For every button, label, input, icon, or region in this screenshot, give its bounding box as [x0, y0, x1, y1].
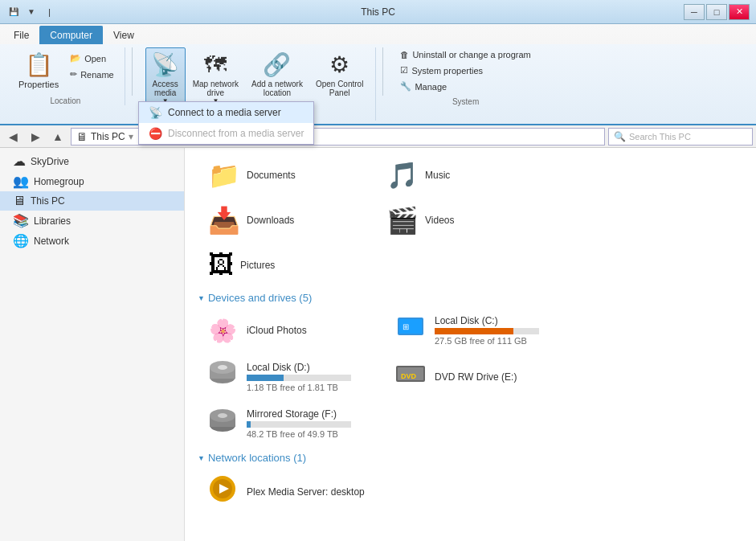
sidebar-item-skydrive[interactable]: ☁ SkyDrive	[0, 151, 184, 171]
folder-downloads[interactable]: 📥 Downloads	[198, 199, 374, 241]
search-icon: 🔍	[614, 131, 626, 142]
location-group-label: Location	[50, 93, 80, 105]
system-properties-button[interactable]: ☑ System properties	[396, 63, 534, 78]
properties-button[interactable]: 📋 Properties	[13, 47, 64, 93]
disconnect-media-server-item: ⛔ Disconnect from a media server	[139, 123, 313, 144]
disk-c-bar	[435, 328, 513, 334]
connect-media-server-item[interactable]: 📡 Connect to a media server	[139, 102, 313, 123]
ribbon-group-system: 🗑 Uninstall or change a program ☑ System…	[390, 47, 541, 106]
tab-file[interactable]: File	[3, 26, 39, 44]
back-button[interactable]: ◀	[3, 128, 22, 145]
disk-c-icon: ⊞	[394, 314, 427, 346]
maximize-button[interactable]: □	[706, 4, 727, 20]
disk-d-bar	[247, 375, 284, 381]
folder-music[interactable]: 🎵 Music	[376, 154, 553, 196]
sidebar-item-thispc[interactable]: 🖥 This PC	[0, 191, 184, 211]
system-group-items: 🗑 Uninstall or change a program ☑ System…	[396, 47, 534, 94]
window-controls: ─ □ ✕	[684, 4, 750, 20]
content-area: 📁 Documents 🎵 Music 📥 Downloads 🎬 Videos…	[185, 148, 756, 541]
sidebar-item-homegroup[interactable]: 👥 Homegroup	[0, 171, 184, 191]
dvd-info: DVD RW Drive (E:)	[435, 371, 517, 383]
network-section-header[interactable]: Network locations (1)	[198, 452, 743, 464]
ribbon-tabs: File Computer View	[0, 24, 756, 44]
drives-section-header[interactable]: Devices and drives (5)	[198, 292, 743, 304]
access-media-icon: 📡	[151, 51, 179, 78]
disk-d-info: Local Disk (D:) 1.18 TB free of 1.81 TB	[247, 362, 351, 392]
disconnect-icon: ⛔	[149, 127, 161, 140]
access-media-button[interactable]: 📡 Access media ▼	[145, 47, 186, 109]
folder-pictures[interactable]: 🖼 Pictures	[198, 244, 374, 285]
save-qa-button[interactable]: 💾	[6, 5, 21, 19]
icloud-info: iCloud Photos	[247, 325, 307, 336]
control-panel-icon: ⚙	[329, 51, 349, 78]
up-button[interactable]: ▲	[48, 128, 67, 145]
connect-icon: 📡	[149, 106, 161, 119]
open-icon: 📂	[70, 53, 81, 64]
drive-icloud[interactable]: 🌸 iCloud Photos	[198, 309, 382, 352]
system-group-label: System	[452, 94, 479, 106]
skydrive-icon: ☁	[13, 154, 26, 169]
ribbon-content: 📋 Properties 📂 Open ✏ Rename Location	[0, 44, 756, 124]
svg-text:⊞: ⊞	[403, 322, 409, 331]
add-network-location-button[interactable]: 🔗 Add a network location	[246, 47, 309, 101]
disk-c-info: Local Disk (C:) 27.5 GB free of 111 GB	[435, 315, 539, 346]
network-plex[interactable]: Plex Media Server: desktop	[198, 469, 423, 515]
open-button[interactable]: 📂 Open	[66, 51, 118, 66]
mirrored-icon	[206, 408, 239, 440]
svg-point-13	[218, 413, 227, 418]
libraries-icon: 📚	[13, 213, 29, 228]
uninstall-icon: 🗑	[400, 50, 409, 59]
folder-videos-icon: 🎬	[386, 205, 419, 236]
drive-d[interactable]: Local Disk (D:) 1.18 TB free of 1.81 TB	[198, 355, 382, 399]
sidebar-item-network[interactable]: 🌐 Network	[0, 231, 184, 251]
rename-button[interactable]: ✏ Rename	[66, 67, 118, 82]
mirrored-bar-bg	[247, 421, 351, 428]
ribbon-group-location: 📋 Properties 📂 Open ✏ Rename Location	[6, 47, 125, 105]
mirrored-bar	[247, 421, 251, 428]
sidebar-item-libraries[interactable]: 📚 Libraries	[0, 211, 184, 231]
manage-button[interactable]: 🔧 Manage	[396, 79, 534, 94]
disk-d-icon	[206, 361, 239, 393]
tab-view[interactable]: View	[103, 26, 145, 44]
rename-icon: ✏	[70, 69, 77, 80]
disk-c-bar-bg	[435, 328, 539, 334]
folder-pictures-icon: 🖼	[208, 250, 234, 280]
minimize-button[interactable]: ─	[684, 4, 705, 20]
thispc-icon: 🖥	[13, 194, 26, 208]
forward-button[interactable]: ▶	[26, 128, 45, 145]
folder-videos[interactable]: 🎬 Videos	[376, 199, 553, 241]
sidebar: ☁ SkyDrive 👥 Homegroup 🖥 This PC 📚 Libra…	[0, 148, 185, 541]
folders-row3: 🖼 Pictures	[198, 244, 743, 285]
folder-documents[interactable]: 📁 Documents	[198, 154, 374, 196]
map-drive-icon: 🗺	[204, 51, 227, 78]
uninstall-button[interactable]: 🗑 Uninstall or change a program	[396, 47, 534, 62]
close-button[interactable]: ✕	[729, 4, 750, 20]
manage-icon: 🔧	[400, 81, 411, 92]
system-props-icon: ☑	[400, 65, 408, 76]
access-media-dropdown: 📡 Connect to a media server ⛔ Disconnect…	[138, 101, 314, 145]
svg-point-6	[218, 365, 227, 370]
ribbon-separator-2	[382, 47, 383, 96]
search-box[interactable]: 🔍 Search This PC	[608, 128, 753, 145]
svg-text:DVD: DVD	[401, 372, 417, 380]
drive-f[interactable]: Mirrored Storage (F:) 48.2 TB free of 49…	[198, 402, 382, 445]
qa-dropdown-button[interactable]: ▼	[24, 5, 39, 19]
dvd-icon: DVD	[394, 361, 427, 393]
drive-e[interactable]: DVD DVD RW Drive (E:)	[386, 355, 570, 399]
folder-downloads-icon: 📥	[208, 205, 240, 236]
ribbon-separator-1	[132, 47, 133, 96]
folder-documents-icon: 📁	[208, 160, 240, 191]
folder-music-icon: 🎵	[386, 160, 419, 191]
drives-row2: Local Disk (D:) 1.18 TB free of 1.81 TB …	[198, 355, 743, 399]
drive-c[interactable]: ⊞ Local Disk (C:) 27.5 GB free of 111 GB	[386, 309, 570, 352]
tab-computer[interactable]: Computer	[39, 26, 103, 44]
open-control-panel-button[interactable]: ⚙ Open Control Panel	[310, 47, 369, 101]
add-network-icon: 🔗	[263, 51, 291, 78]
network-icon: 🌐	[13, 233, 29, 248]
mirrored-info: Mirrored Storage (F:) 48.2 TB free of 49…	[247, 408, 351, 439]
ribbon: File Computer View 📋 Properties 📂 Open ✏	[0, 24, 756, 125]
address-bar: ◀ ▶ ▲ 🖥 This PC ▾ 🔍 Search This PC	[0, 125, 756, 148]
network-section: Plex Media Server: desktop	[198, 469, 743, 515]
map-drive-button[interactable]: 🗺 Map network drive ▼	[187, 47, 244, 109]
drives-row3: Mirrored Storage (F:) 48.2 TB free of 49…	[198, 402, 743, 445]
